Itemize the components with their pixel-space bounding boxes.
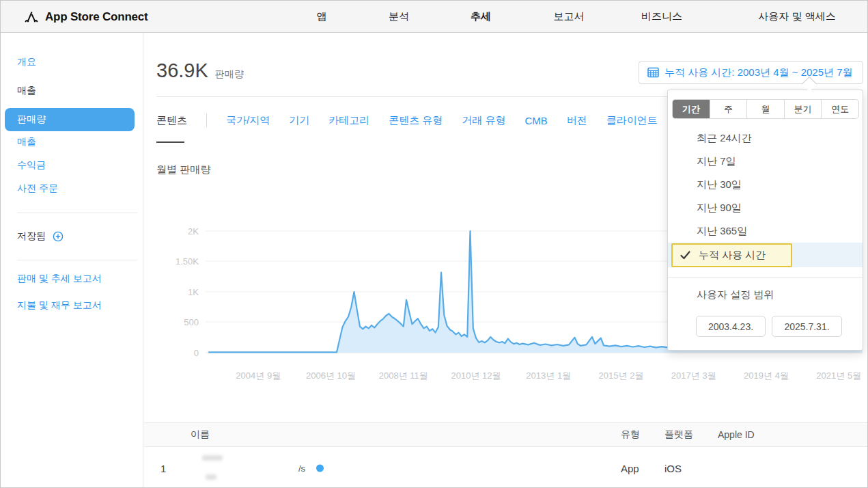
nav-item-users-access[interactable]: 사용자 및 액세스 [758, 1, 835, 33]
sidebar-divider [17, 213, 137, 213]
filter-tab-device[interactable]: 기기 [289, 114, 309, 127]
filter-tab-client[interactable]: 클라이언트 [606, 114, 658, 127]
app-store-connect-window: App Store Connect 앱 분석 추세 보고서 비즈니스 사용자 및… [0, 0, 868, 488]
x-axis-tick: 2013년 1월 [526, 370, 571, 382]
custom-range-label: 사용자 설정 범위 [697, 288, 774, 301]
x-axis-tick: 2015년 2월 [599, 370, 644, 382]
calendar-icon [647, 67, 659, 78]
menu-item-last-30d[interactable]: 지난 30일 [668, 173, 863, 196]
units-metric: 36.9K 판매량 [156, 59, 244, 82]
redacted-app-name [206, 474, 216, 480]
col-header-type: 유형 [621, 429, 640, 441]
app-store-icon [24, 10, 39, 25]
date-range-button[interactable]: 누적 사용 시간: 2003년 4월 ~ 2025년 7월 [639, 61, 863, 84]
sidebar-item-proceeds[interactable]: 수익금 [17, 159, 46, 172]
nav-item-trends[interactable]: 추세 [471, 1, 491, 33]
plus-circle-icon[interactable] [53, 231, 64, 242]
x-axis-tick: 2017년 3월 [671, 370, 716, 382]
sidebar-item-preorders[interactable]: 사전 주문 [17, 182, 58, 195]
sidebar-section-sales: 매출 [17, 85, 36, 97]
brand[interactable]: App Store Connect [24, 1, 148, 33]
segment-period[interactable]: 기간 [673, 100, 710, 118]
sidebar-divider [17, 260, 137, 260]
segment-year[interactable]: 연도 [822, 100, 858, 118]
nav-item-business[interactable]: 비즈니스 [641, 1, 682, 33]
table-row[interactable]: 1 /s App iOS [144, 447, 868, 488]
row-name-fragment: /s [298, 463, 305, 473]
series-color-dot [316, 464, 324, 472]
nav-item-apps[interactable]: 앱 [317, 1, 327, 33]
x-axis-tick: 2008년 11월 [379, 370, 428, 382]
y-axis-tick: 1K [158, 287, 199, 297]
row-type: App [621, 462, 639, 474]
menu-item-last-365d[interactable]: 지난 365일 [668, 219, 863, 243]
saved-row: 저장됨 [17, 230, 64, 243]
x-axis-tick: 2006년 10월 [306, 370, 356, 382]
filter-tab-category[interactable]: 카테고리 [328, 114, 369, 127]
date-range-dropdown: 기간 주 월 분기 연도 최근 24시간 지난 7일 지난 30일 지난 90일… [667, 90, 863, 351]
col-header-platform: 플랫폼 [664, 429, 693, 441]
sidebar-item-units-active[interactable]: 판매량 [5, 108, 135, 131]
saved-label: 저장됨 [17, 230, 46, 243]
row-rank: 1 [160, 462, 166, 474]
segment-month[interactable]: 월 [747, 100, 785, 118]
col-header-name: 이름 [191, 429, 210, 441]
end-date-input[interactable] [772, 316, 842, 337]
filter-tab-transaction-type[interactable]: 거래 유형 [462, 114, 505, 127]
segment-quarter[interactable]: 분기 [785, 100, 822, 118]
filter-tab-content[interactable]: 콘텐츠 [156, 114, 187, 127]
x-axis-tick: 2004년 9월 [236, 370, 281, 382]
y-axis-tick: 2K [158, 226, 199, 236]
table-header: 이름 유형 플랫폼 Apple ID [144, 422, 868, 447]
segment-week[interactable]: 주 [710, 100, 748, 118]
filter-tabs: 콘텐츠 국가/지역 기기 카테고리 콘텐츠 유형 거래 유형 CMB 버전 클라… [156, 111, 677, 129]
col-header-apple-id: Apple ID [718, 429, 755, 440]
period-segmented-control: 기간 주 월 분기 연도 [672, 99, 859, 119]
filter-tab-content-type[interactable]: 콘텐츠 유형 [389, 114, 443, 127]
active-tab-indicator [156, 141, 184, 143]
x-axis-tick: 2019년 4월 [744, 370, 789, 382]
nav-item-analytics[interactable]: 분석 [389, 1, 409, 33]
sidebar-item-units-label: 판매량 [17, 113, 46, 126]
start-date-input[interactable] [696, 316, 766, 337]
metric-label: 판매량 [215, 68, 244, 81]
menu-item-last-90d[interactable]: 지난 90일 [668, 196, 863, 219]
menu-item-lifetime-selected[interactable]: 누적 사용 시간 [671, 243, 792, 267]
redacted-app-name [202, 455, 223, 461]
x-axis-tick: 2010년 12월 [451, 370, 501, 382]
y-axis-tick: 0 [158, 348, 199, 358]
brand-title: App Store Connect [45, 10, 148, 24]
y-axis-tick: 1.50K [158, 256, 199, 267]
sidebar-item-overview[interactable]: 개요 [17, 56, 36, 68]
filter-tab-version[interactable]: 버전 [567, 114, 587, 127]
check-icon [680, 251, 690, 260]
row-platform: iOS [664, 462, 682, 474]
y-axis-tick: 500 [158, 317, 199, 327]
filter-tab-cmb[interactable]: CMB [525, 115, 548, 126]
x-axis-tick: 2021년 5월 [816, 370, 861, 382]
metric-value: 36.9K [156, 59, 208, 82]
filter-tab-separator [206, 113, 207, 127]
lifetime-label: 누적 사용 시간 [699, 249, 766, 262]
sidebar-item-sales-trends-reports[interactable]: 판매 및 추세 보고서 [17, 273, 102, 285]
dropdown-divider [668, 277, 863, 277]
chart-title: 월별 판매량 [156, 163, 210, 176]
date-range-label: 누적 사용 시간: 2003년 4월 ~ 2025년 7월 [664, 66, 853, 79]
menu-item-last-7d[interactable]: 지난 7일 [668, 150, 863, 173]
menu-item-last-24h[interactable]: 최근 24시간 [668, 126, 863, 150]
nav-item-reports[interactable]: 보고서 [554, 1, 585, 33]
top-navigation-bar: App Store Connect 앱 분석 추세 보고서 비즈니스 사용자 및… [1, 1, 867, 33]
sidebar-item-sales[interactable]: 매출 [17, 136, 36, 148]
sidebar-item-payments-reports[interactable]: 지불 및 재무 보고서 [17, 299, 102, 312]
filter-tab-country[interactable]: 국가/지역 [226, 114, 270, 127]
